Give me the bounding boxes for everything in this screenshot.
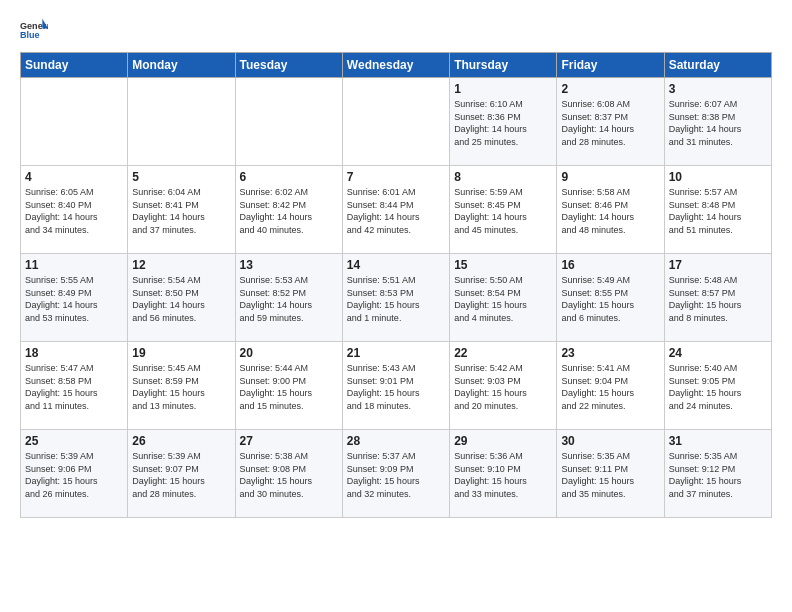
calendar-cell: 1Sunrise: 6:10 AM Sunset: 8:36 PM Daylig… bbox=[450, 78, 557, 166]
day-info: Sunrise: 5:40 AM Sunset: 9:05 PM Dayligh… bbox=[669, 362, 767, 412]
day-number: 17 bbox=[669, 258, 767, 272]
day-info: Sunrise: 6:08 AM Sunset: 8:37 PM Dayligh… bbox=[561, 98, 659, 148]
day-number: 14 bbox=[347, 258, 445, 272]
day-info: Sunrise: 5:41 AM Sunset: 9:04 PM Dayligh… bbox=[561, 362, 659, 412]
day-info: Sunrise: 5:50 AM Sunset: 8:54 PM Dayligh… bbox=[454, 274, 552, 324]
calendar-cell: 11Sunrise: 5:55 AM Sunset: 8:49 PM Dayli… bbox=[21, 254, 128, 342]
calendar-cell: 9Sunrise: 5:58 AM Sunset: 8:46 PM Daylig… bbox=[557, 166, 664, 254]
day-number: 27 bbox=[240, 434, 338, 448]
calendar-cell: 27Sunrise: 5:38 AM Sunset: 9:08 PM Dayli… bbox=[235, 430, 342, 518]
calendar-cell: 14Sunrise: 5:51 AM Sunset: 8:53 PM Dayli… bbox=[342, 254, 449, 342]
day-number: 26 bbox=[132, 434, 230, 448]
day-info: Sunrise: 5:51 AM Sunset: 8:53 PM Dayligh… bbox=[347, 274, 445, 324]
day-number: 29 bbox=[454, 434, 552, 448]
day-info: Sunrise: 6:04 AM Sunset: 8:41 PM Dayligh… bbox=[132, 186, 230, 236]
day-number: 28 bbox=[347, 434, 445, 448]
calendar-cell bbox=[21, 78, 128, 166]
day-number: 31 bbox=[669, 434, 767, 448]
calendar-cell bbox=[235, 78, 342, 166]
day-info: Sunrise: 6:10 AM Sunset: 8:36 PM Dayligh… bbox=[454, 98, 552, 148]
day-info: Sunrise: 5:55 AM Sunset: 8:49 PM Dayligh… bbox=[25, 274, 123, 324]
day-info: Sunrise: 6:05 AM Sunset: 8:40 PM Dayligh… bbox=[25, 186, 123, 236]
day-info: Sunrise: 5:39 AM Sunset: 9:06 PM Dayligh… bbox=[25, 450, 123, 500]
calendar-cell: 15Sunrise: 5:50 AM Sunset: 8:54 PM Dayli… bbox=[450, 254, 557, 342]
day-info: Sunrise: 5:35 AM Sunset: 9:11 PM Dayligh… bbox=[561, 450, 659, 500]
day-info: Sunrise: 5:48 AM Sunset: 8:57 PM Dayligh… bbox=[669, 274, 767, 324]
svg-text:Blue: Blue bbox=[20, 30, 40, 40]
week-row-2: 4Sunrise: 6:05 AM Sunset: 8:40 PM Daylig… bbox=[21, 166, 772, 254]
day-info: Sunrise: 5:44 AM Sunset: 9:00 PM Dayligh… bbox=[240, 362, 338, 412]
calendar-cell: 20Sunrise: 5:44 AM Sunset: 9:00 PM Dayli… bbox=[235, 342, 342, 430]
day-info: Sunrise: 5:39 AM Sunset: 9:07 PM Dayligh… bbox=[132, 450, 230, 500]
day-info: Sunrise: 5:59 AM Sunset: 8:45 PM Dayligh… bbox=[454, 186, 552, 236]
day-header-saturday: Saturday bbox=[664, 53, 771, 78]
week-row-5: 25Sunrise: 5:39 AM Sunset: 9:06 PM Dayli… bbox=[21, 430, 772, 518]
calendar-cell: 29Sunrise: 5:36 AM Sunset: 9:10 PM Dayli… bbox=[450, 430, 557, 518]
calendar-cell: 7Sunrise: 6:01 AM Sunset: 8:44 PM Daylig… bbox=[342, 166, 449, 254]
day-info: Sunrise: 5:38 AM Sunset: 9:08 PM Dayligh… bbox=[240, 450, 338, 500]
day-info: Sunrise: 5:45 AM Sunset: 8:59 PM Dayligh… bbox=[132, 362, 230, 412]
day-number: 18 bbox=[25, 346, 123, 360]
calendar-cell: 3Sunrise: 6:07 AM Sunset: 8:38 PM Daylig… bbox=[664, 78, 771, 166]
calendar-cell: 10Sunrise: 5:57 AM Sunset: 8:48 PM Dayli… bbox=[664, 166, 771, 254]
days-header-row: SundayMondayTuesdayWednesdayThursdayFrid… bbox=[21, 53, 772, 78]
logo-icon: General Blue bbox=[20, 16, 48, 44]
day-info: Sunrise: 5:43 AM Sunset: 9:01 PM Dayligh… bbox=[347, 362, 445, 412]
day-number: 4 bbox=[25, 170, 123, 184]
day-number: 16 bbox=[561, 258, 659, 272]
calendar-cell bbox=[128, 78, 235, 166]
week-row-3: 11Sunrise: 5:55 AM Sunset: 8:49 PM Dayli… bbox=[21, 254, 772, 342]
header-area: General Blue bbox=[20, 16, 772, 44]
calendar-cell: 23Sunrise: 5:41 AM Sunset: 9:04 PM Dayli… bbox=[557, 342, 664, 430]
calendar-cell: 2Sunrise: 6:08 AM Sunset: 8:37 PM Daylig… bbox=[557, 78, 664, 166]
calendar-cell: 26Sunrise: 5:39 AM Sunset: 9:07 PM Dayli… bbox=[128, 430, 235, 518]
day-info: Sunrise: 5:57 AM Sunset: 8:48 PM Dayligh… bbox=[669, 186, 767, 236]
calendar-cell: 12Sunrise: 5:54 AM Sunset: 8:50 PM Dayli… bbox=[128, 254, 235, 342]
day-header-wednesday: Wednesday bbox=[342, 53, 449, 78]
day-number: 12 bbox=[132, 258, 230, 272]
day-info: Sunrise: 5:36 AM Sunset: 9:10 PM Dayligh… bbox=[454, 450, 552, 500]
calendar-cell: 31Sunrise: 5:35 AM Sunset: 9:12 PM Dayli… bbox=[664, 430, 771, 518]
week-row-4: 18Sunrise: 5:47 AM Sunset: 8:58 PM Dayli… bbox=[21, 342, 772, 430]
day-header-sunday: Sunday bbox=[21, 53, 128, 78]
calendar-cell: 5Sunrise: 6:04 AM Sunset: 8:41 PM Daylig… bbox=[128, 166, 235, 254]
day-header-thursday: Thursday bbox=[450, 53, 557, 78]
calendar-cell: 17Sunrise: 5:48 AM Sunset: 8:57 PM Dayli… bbox=[664, 254, 771, 342]
week-row-1: 1Sunrise: 6:10 AM Sunset: 8:36 PM Daylig… bbox=[21, 78, 772, 166]
day-number: 30 bbox=[561, 434, 659, 448]
day-info: Sunrise: 6:07 AM Sunset: 8:38 PM Dayligh… bbox=[669, 98, 767, 148]
day-header-monday: Monday bbox=[128, 53, 235, 78]
day-number: 9 bbox=[561, 170, 659, 184]
day-info: Sunrise: 5:58 AM Sunset: 8:46 PM Dayligh… bbox=[561, 186, 659, 236]
calendar-cell: 19Sunrise: 5:45 AM Sunset: 8:59 PM Dayli… bbox=[128, 342, 235, 430]
day-number: 15 bbox=[454, 258, 552, 272]
day-number: 8 bbox=[454, 170, 552, 184]
day-info: Sunrise: 5:35 AM Sunset: 9:12 PM Dayligh… bbox=[669, 450, 767, 500]
calendar-cell: 8Sunrise: 5:59 AM Sunset: 8:45 PM Daylig… bbox=[450, 166, 557, 254]
day-number: 13 bbox=[240, 258, 338, 272]
day-info: Sunrise: 5:49 AM Sunset: 8:55 PM Dayligh… bbox=[561, 274, 659, 324]
calendar-cell: 4Sunrise: 6:05 AM Sunset: 8:40 PM Daylig… bbox=[21, 166, 128, 254]
day-number: 10 bbox=[669, 170, 767, 184]
calendar-cell: 13Sunrise: 5:53 AM Sunset: 8:52 PM Dayli… bbox=[235, 254, 342, 342]
logo: General Blue bbox=[20, 16, 48, 44]
day-number: 1 bbox=[454, 82, 552, 96]
day-info: Sunrise: 5:47 AM Sunset: 8:58 PM Dayligh… bbox=[25, 362, 123, 412]
calendar-cell: 16Sunrise: 5:49 AM Sunset: 8:55 PM Dayli… bbox=[557, 254, 664, 342]
day-number: 20 bbox=[240, 346, 338, 360]
calendar-table: SundayMondayTuesdayWednesdayThursdayFrid… bbox=[20, 52, 772, 518]
day-info: Sunrise: 5:53 AM Sunset: 8:52 PM Dayligh… bbox=[240, 274, 338, 324]
day-number: 19 bbox=[132, 346, 230, 360]
day-number: 21 bbox=[347, 346, 445, 360]
day-info: Sunrise: 6:02 AM Sunset: 8:42 PM Dayligh… bbox=[240, 186, 338, 236]
day-number: 11 bbox=[25, 258, 123, 272]
day-header-tuesday: Tuesday bbox=[235, 53, 342, 78]
day-number: 2 bbox=[561, 82, 659, 96]
day-number: 6 bbox=[240, 170, 338, 184]
day-info: Sunrise: 5:54 AM Sunset: 8:50 PM Dayligh… bbox=[132, 274, 230, 324]
day-info: Sunrise: 5:42 AM Sunset: 9:03 PM Dayligh… bbox=[454, 362, 552, 412]
calendar-cell bbox=[342, 78, 449, 166]
day-header-friday: Friday bbox=[557, 53, 664, 78]
day-number: 25 bbox=[25, 434, 123, 448]
calendar-cell: 18Sunrise: 5:47 AM Sunset: 8:58 PM Dayli… bbox=[21, 342, 128, 430]
